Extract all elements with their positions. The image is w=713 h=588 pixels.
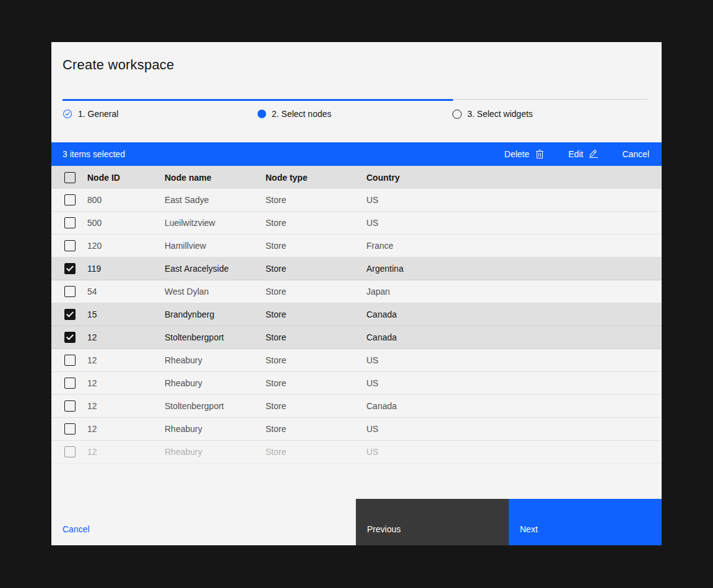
cell-node-id: 12 — [87, 355, 165, 365]
row-checkbox[interactable] — [64, 378, 76, 389]
row-checkbox[interactable] — [64, 446, 76, 457]
batch-action-bar: 3 items selected Delete Edit — [51, 142, 662, 166]
cell-node-name: West Dylan — [165, 287, 266, 296]
row-checkbox-cell — [51, 286, 87, 297]
create-workspace-modal: Create workspace 1. General — [51, 42, 662, 545]
next-button[interactable]: Next — [509, 499, 662, 545]
edit-button-label: Edit — [568, 149, 583, 159]
cell-country: Canada — [366, 309, 662, 319]
row-checkbox[interactable] — [64, 194, 76, 205]
cancel-link[interactable]: Cancel — [51, 499, 90, 545]
table-header-row: Node ID Node name Node type Country — [51, 166, 662, 189]
previous-button[interactable]: Previous — [356, 499, 509, 545]
cell-node-name: Rheabury — [165, 447, 266, 457]
cell-node-name: Stoltenbergport — [165, 401, 266, 411]
row-checkbox[interactable] — [64, 217, 76, 228]
progress-step-select-widgets[interactable]: 3. Select widgets — [452, 109, 647, 119]
selected-count-text: 3 items selected — [63, 149, 125, 159]
table-row[interactable]: 500 Lueilwitzview Store US — [51, 212, 662, 235]
table-row[interactable]: 12 Stoltenbergport Store Canada — [51, 326, 662, 349]
row-checkbox[interactable] — [64, 309, 76, 320]
table-row[interactable]: 12 Rheabury Store US — [51, 372, 662, 395]
cell-node-id: 12 — [87, 424, 165, 434]
cell-node-type: Store — [266, 287, 366, 296]
delete-button-label: Delete — [504, 149, 529, 159]
row-checkbox-cell — [51, 400, 87, 412]
batch-cancel-button[interactable]: Cancel — [622, 149, 649, 159]
row-checkbox-cell — [51, 378, 87, 389]
progress-steps: 1. General 2. Select nodes 3. Select wid… — [63, 109, 648, 142]
edit-pen-icon — [589, 149, 598, 159]
row-checkbox-cell — [51, 194, 87, 205]
column-header-node-name[interactable]: Node name — [165, 173, 266, 183]
row-checkbox-cell — [51, 423, 87, 435]
cell-node-type: Store — [266, 218, 366, 228]
column-header-node-id[interactable]: Node ID — [87, 173, 165, 183]
cell-node-name: Rheabury — [165, 378, 266, 388]
cell-node-id: 12 — [87, 378, 165, 388]
table-row[interactable]: 15 Brandynberg Store Canada — [51, 303, 662, 326]
table-row[interactable]: 800 East Sadye Store US — [51, 189, 662, 212]
table-row[interactable]: 12 Rheabury Store US — [51, 418, 662, 441]
cell-node-id: 120 — [87, 241, 165, 251]
cell-country: Canada — [366, 401, 662, 411]
cell-country: France — [366, 241, 662, 251]
column-header-country[interactable]: Country — [366, 173, 662, 183]
table-row[interactable]: 54 West Dylan Store Japan — [51, 280, 662, 303]
row-checkbox-cell — [51, 217, 87, 228]
column-header-node-type[interactable]: Node type — [266, 173, 366, 183]
cell-node-name: East Aracelyside — [165, 264, 266, 274]
cell-node-id: 119 — [87, 264, 165, 274]
cell-node-id: 500 — [87, 218, 165, 228]
table-row[interactable]: 12 Rheabury Store US — [51, 349, 662, 372]
outline-circle-icon — [452, 110, 462, 119]
cell-node-type: Store — [266, 424, 366, 434]
cell-node-name: Rheabury — [165, 424, 266, 434]
checkmark-outline-icon — [63, 109, 72, 119]
progress-track-incomplete — [453, 99, 648, 100]
edit-button[interactable]: Edit — [568, 149, 598, 159]
cell-node-name: Rheabury — [165, 355, 266, 365]
table-row[interactable]: 12 Stoltenbergport Store Canada — [51, 395, 662, 418]
table-row[interactable]: 120 Hamillview Store France — [51, 235, 662, 257]
row-checkbox[interactable] — [64, 286, 76, 297]
row-checkbox[interactable] — [64, 263, 76, 274]
row-checkbox[interactable] — [64, 332, 76, 343]
cell-node-name: East Sadye — [165, 195, 266, 205]
cell-node-type: Store — [266, 264, 366, 274]
progress-step-select-nodes[interactable]: 2. Select nodes — [257, 109, 452, 119]
cell-node-id: 15 — [87, 309, 165, 319]
cell-node-type: Store — [266, 401, 366, 411]
row-checkbox[interactable] — [64, 423, 76, 435]
delete-button[interactable]: Delete — [504, 149, 545, 159]
row-checkbox-cell — [51, 332, 87, 343]
progress-step-general[interactable]: 1. General — [63, 109, 257, 119]
cell-node-type: Store — [266, 447, 366, 457]
cell-node-type: Store — [266, 355, 366, 365]
modal-footer: Cancel Previous Next — [51, 499, 662, 545]
cell-node-type: Store — [266, 241, 366, 251]
nodes-table: Node ID Node name Node type Country 800 … — [51, 166, 662, 464]
table-row[interactable]: 12 Rheabury Store US — [51, 441, 662, 464]
page-title: Create workspace — [63, 57, 648, 73]
row-checkbox[interactable] — [64, 355, 76, 366]
cell-node-type: Store — [266, 195, 366, 205]
row-checkbox-cell — [51, 240, 87, 251]
header-checkbox-cell — [51, 172, 87, 183]
row-checkbox[interactable] — [64, 400, 76, 412]
progress-step-label: 1. General — [78, 109, 118, 119]
table-row[interactable]: 119 East Aracelyside Store Argentina — [51, 257, 662, 280]
cell-node-name: Hamillview — [165, 241, 266, 251]
modal-header: Create workspace 1. General — [51, 42, 662, 142]
row-checkbox-cell — [51, 446, 87, 457]
row-checkbox[interactable] — [64, 240, 76, 251]
select-all-checkbox[interactable] — [64, 172, 76, 183]
footer-buttons: Previous Next — [356, 499, 662, 545]
trash-icon — [535, 149, 545, 159]
cell-node-name: Brandynberg — [165, 309, 266, 319]
cell-node-id: 54 — [87, 287, 165, 296]
cell-country: US — [366, 355, 662, 365]
cell-country: Canada — [366, 332, 662, 342]
cell-country: US — [366, 424, 662, 434]
cell-node-type: Store — [266, 378, 366, 388]
